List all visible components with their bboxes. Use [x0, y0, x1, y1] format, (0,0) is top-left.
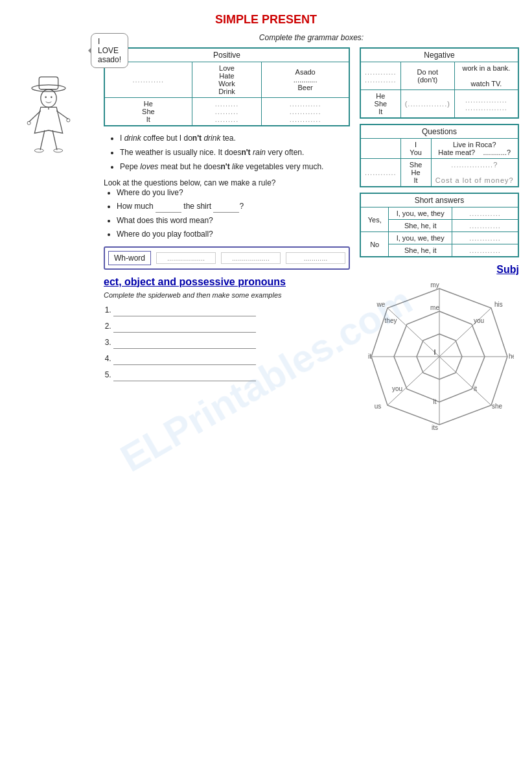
rule-item: Where do you live? — [117, 187, 350, 198]
examples-list — [113, 305, 350, 381]
rule-intro: Look at the questions below, can we make… — [104, 178, 350, 187]
spider-she: she — [492, 403, 503, 410]
svg-rect-1 — [39, 77, 58, 89]
example-item — [113, 338, 256, 349]
svg-point-12 — [54, 149, 63, 152]
spider-we: we — [376, 301, 386, 308]
table-row: HeSheIt ........................... ....… — [104, 98, 349, 126]
left-col: Positive ............ LoveHateWorkDrink … — [104, 47, 350, 438]
positive-table: Positive ............ LoveHateWorkDrink … — [104, 47, 350, 126]
short-answers-table: Short answers Yes, I, you, we, they ....… — [360, 193, 519, 257]
spider-he: he — [509, 353, 514, 360]
spiderweb-svg: my his he she its us it we me you it it … — [365, 282, 514, 431]
subject-subtitle: Complete the spiderweb and then make som… — [104, 291, 350, 299]
svg-line-10 — [52, 130, 57, 150]
questions-header: Questions — [360, 124, 518, 139]
table-row: ............ SheHeIt ................?Co… — [360, 159, 518, 187]
rule-item: Where do you play football? — [117, 229, 350, 240]
spider-me: me — [430, 304, 439, 311]
rule-section: Look at the questions below, can we make… — [104, 178, 350, 239]
spider-you-bl: you — [392, 385, 402, 392]
wh-label: Wh-word — [108, 251, 151, 265]
grammar-instruction: Complete the grammar boxes: — [104, 33, 519, 42]
negative-header: Negative — [360, 48, 518, 62]
table-row: IYou Live in Roca?Hate meat? ...........… — [360, 139, 518, 159]
positive-header: Positive — [104, 48, 349, 62]
main-content: Positive ............ LoveHateWorkDrink … — [104, 47, 519, 438]
wh-word-box: Wh-word ................... ............… — [104, 246, 350, 270]
example-item — [113, 370, 256, 381]
table-row: HeSheIt (...............) ..............… — [360, 90, 518, 119]
page-title: SIMPLE PRESENT — [13, 13, 519, 27]
bullet-item: I drink coffee but I don't drink tea. — [120, 133, 350, 144]
subject-title: ect, object and possessive pronouns — [104, 276, 350, 288]
grammar-section: Complete the grammar boxes: Positive ...… — [97, 33, 519, 438]
svg-line-22 — [387, 357, 439, 405]
bullet-item: The weather is usually nice. It doesn't … — [120, 147, 350, 158]
spider-you-tr: you — [474, 317, 484, 324]
spider-it-b: it — [434, 398, 437, 405]
wh-blank-3[interactable]: ............ — [286, 252, 345, 264]
cowboy-figure — [13, 71, 84, 156]
spider-they: they — [385, 317, 397, 324]
top-section: I LOVE asado! — [13, 33, 519, 438]
svg-point-4 — [51, 97, 52, 99]
svg-point-0 — [32, 85, 65, 91]
bullet-section: I drink coffee but I don't drink tea. Th… — [104, 133, 350, 172]
spiderweb-container: my his he she its us it we me you it it … — [365, 282, 514, 431]
speech-bubble: I LOVE asado! — [91, 33, 128, 68]
rule-item: How much the shirt ? — [117, 201, 350, 213]
cowboy-area: I LOVE asado! — [13, 33, 97, 158]
svg-line-9 — [40, 130, 45, 150]
negative-table: Negative ........................ Do not… — [360, 47, 519, 119]
spider-his: his — [494, 301, 503, 308]
table-row: Yes, I, you, we, they ............ — [360, 207, 518, 220]
spider-my: my — [430, 282, 439, 289]
spider-it: it — [368, 353, 371, 360]
svg-line-24 — [387, 308, 439, 357]
wh-blank-1[interactable]: ................... — [156, 252, 216, 264]
short-answers-header: Short answers — [360, 193, 518, 207]
wh-blank-2[interactable]: ................... — [221, 252, 281, 264]
spider-i: I — [434, 348, 435, 356]
rule-item: What does this word mean? — [117, 215, 350, 226]
example-item — [113, 305, 256, 316]
subj-partial-title: Subj — [360, 264, 519, 276]
svg-point-3 — [45, 97, 47, 99]
bullet-list: I drink coffee but I don't drink tea. Th… — [120, 133, 350, 172]
table-row: ........................ Do not(don't) w… — [360, 62, 518, 90]
questions-table: Questions IYou Live in Roca?Hate meat? .… — [360, 124, 519, 187]
svg-line-18 — [439, 308, 491, 357]
svg-line-20 — [439, 357, 491, 405]
spider-it-lower: its — [432, 424, 438, 431]
svg-point-11 — [34, 149, 43, 152]
right-col: Negative ........................ Do not… — [360, 47, 519, 438]
svg-point-2 — [41, 89, 56, 108]
table-row: No I, you, we, they ............ — [360, 232, 518, 244]
rule-list: Where do you live? How much the shirt ? … — [117, 187, 350, 239]
bullet-item: Pepe loves meat but he doesn't like vege… — [120, 161, 350, 172]
spider-us: us — [375, 403, 382, 410]
table-row: ............ LoveHateWorkDrink Asado....… — [104, 62, 349, 98]
spider-it-br: it — [474, 385, 477, 392]
example-item — [113, 322, 256, 333]
example-item — [113, 354, 256, 365]
subject-section: ect, object and possessive pronouns Comp… — [104, 276, 350, 381]
